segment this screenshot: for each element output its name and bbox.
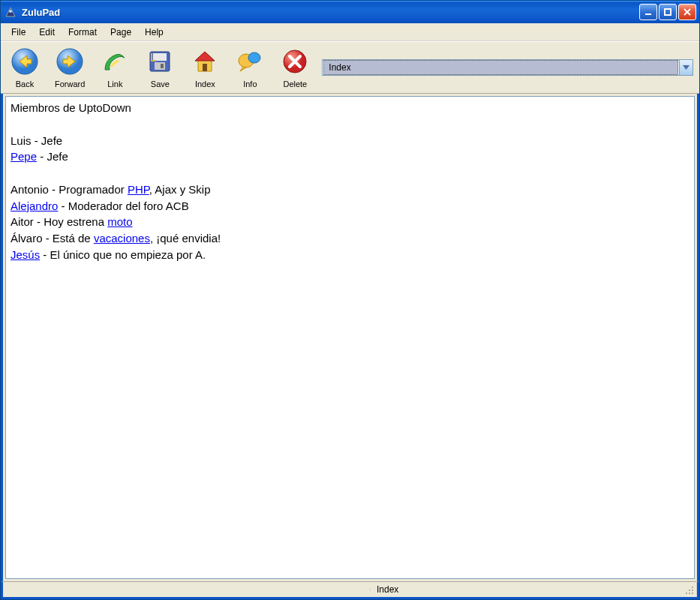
maximize-icon bbox=[663, 8, 672, 16]
status-page-name: Index bbox=[371, 583, 697, 596]
app-window: ZuluPad File Edit Format Page Help bbox=[0, 0, 700, 600]
wiki-link[interactable]: Alejandro bbox=[11, 200, 58, 212]
svg-point-18 bbox=[692, 592, 693, 594]
link-button[interactable]: Link bbox=[97, 45, 133, 90]
text-line: Antonio - Programador PHP, Ajax y Skip bbox=[11, 182, 689, 198]
wiki-link[interactable]: vacaciones bbox=[94, 232, 150, 244]
menu-format[interactable]: Format bbox=[62, 25, 103, 40]
status-cell-left bbox=[3, 588, 371, 591]
link-icon bbox=[100, 46, 130, 76]
text-span: - El único que no empieza por A. bbox=[40, 248, 206, 261]
svg-rect-2 bbox=[665, 9, 671, 15]
svg-point-13 bbox=[692, 586, 693, 588]
window-controls bbox=[639, 4, 696, 20]
info-icon bbox=[235, 46, 265, 76]
maximize-button[interactable] bbox=[659, 4, 677, 20]
save-icon bbox=[145, 46, 175, 76]
svg-point-0 bbox=[9, 10, 12, 13]
svg-point-17 bbox=[689, 592, 690, 594]
page-combo-wrap: Index bbox=[322, 59, 693, 76]
content-frame: Miembros de UptoDown Luis - Jefe Pepe - … bbox=[1, 94, 699, 581]
text-line: Jesús - El único que no empieza por A. bbox=[11, 247, 689, 263]
index-label: Index bbox=[195, 80, 215, 88]
editor[interactable]: Miembros de UptoDown Luis - Jefe Pepe - … bbox=[5, 96, 695, 579]
svg-rect-9 bbox=[203, 64, 207, 71]
forward-label: Forward bbox=[55, 80, 85, 88]
wiki-link[interactable]: PHP bbox=[128, 183, 149, 196]
delete-button[interactable]: Delete bbox=[277, 45, 313, 90]
titlebar: ZuluPad bbox=[1, 1, 699, 23]
window-title: ZuluPad bbox=[22, 7, 639, 18]
arrow-left-icon bbox=[10, 46, 40, 76]
toolbar: Back Forward Link bbox=[1, 41, 699, 94]
text-span: Aitor - Hoy estrena bbox=[11, 215, 107, 228]
index-button[interactable]: Index bbox=[187, 45, 223, 90]
svg-rect-6 bbox=[153, 53, 167, 61]
menu-edit[interactable]: Edit bbox=[33, 25, 61, 40]
forward-button[interactable]: Forward bbox=[52, 45, 88, 90]
app-icon bbox=[4, 5, 17, 19]
wiki-link[interactable]: Pepe bbox=[11, 150, 37, 163]
text-span: - Moderador del foro ACB bbox=[58, 200, 188, 212]
menu-file[interactable]: File bbox=[5, 25, 32, 40]
page-combo[interactable]: Index bbox=[322, 59, 693, 76]
delete-label: Delete bbox=[283, 80, 307, 88]
statusbar: Index bbox=[1, 581, 699, 599]
wiki-link[interactable]: Jesús bbox=[11, 248, 40, 261]
wiki-link[interactable]: moto bbox=[107, 215, 132, 228]
text-line: Álvaro - Está de vacaciones, ¡qué envidi… bbox=[11, 230, 689, 247]
text-span: , ¡qué envidia! bbox=[150, 232, 221, 244]
chevron-down-icon[interactable] bbox=[679, 60, 692, 75]
menubar: File Edit Format Page Help bbox=[1, 23, 699, 41]
save-label: Save bbox=[151, 80, 170, 88]
text-line: Alejandro - Moderador del foro ACB bbox=[11, 198, 689, 214]
home-icon bbox=[190, 46, 220, 76]
back-button[interactable]: Back bbox=[7, 45, 43, 90]
resize-grip-icon[interactable] bbox=[683, 584, 694, 595]
menu-page[interactable]: Page bbox=[104, 25, 137, 40]
info-button[interactable]: Info bbox=[232, 45, 268, 90]
text-span: , Ajax y Skip bbox=[149, 183, 211, 196]
minimize-button[interactable] bbox=[639, 4, 657, 20]
delete-icon bbox=[280, 46, 310, 76]
svg-point-14 bbox=[689, 590, 690, 591]
svg-rect-8 bbox=[161, 64, 164, 68]
link-label: Link bbox=[107, 80, 122, 88]
save-button[interactable]: Save bbox=[142, 45, 178, 90]
text-line: Miembros de UptoDown bbox=[11, 100, 689, 116]
svg-point-16 bbox=[686, 592, 687, 594]
back-label: Back bbox=[16, 80, 34, 88]
text-line: Luis - Jefe bbox=[11, 133, 689, 149]
svg-point-15 bbox=[692, 590, 693, 591]
text-span: - Jefe bbox=[37, 150, 68, 163]
page-combo-selected: Index bbox=[323, 60, 678, 75]
svg-point-11 bbox=[248, 52, 260, 63]
text-line: Aitor - Hoy estrena moto bbox=[11, 214, 689, 230]
minimize-icon bbox=[644, 8, 653, 16]
info-label: Info bbox=[243, 80, 257, 88]
text-line: Pepe - Jefe bbox=[11, 148, 689, 165]
arrow-right-icon bbox=[55, 46, 85, 76]
blank-line bbox=[11, 116, 689, 133]
close-icon bbox=[683, 8, 692, 16]
text-span: Álvaro - Está de bbox=[11, 232, 94, 244]
svg-rect-1 bbox=[645, 14, 651, 15]
text-span: Antonio - Programador bbox=[11, 183, 128, 196]
close-button[interactable] bbox=[678, 4, 696, 20]
menu-help[interactable]: Help bbox=[139, 25, 170, 40]
blank-line bbox=[11, 165, 689, 182]
